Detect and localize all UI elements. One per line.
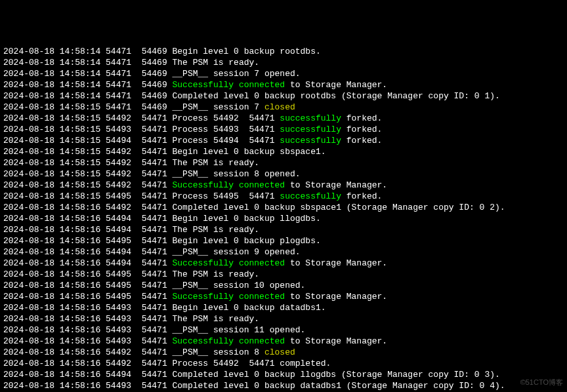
log-pid2: 54471: [142, 224, 167, 235]
log-pid1: 54471: [106, 68, 131, 79]
log-timestamp: 2024-08-18 14:58:14: [3, 57, 100, 68]
log-line: 2024-08-18 14:58:15 54494 54471 Process …: [3, 135, 564, 146]
log-pid1: 54494: [106, 224, 131, 235]
log-line: 2024-08-18 14:58:16 54493 54471 The PSM …: [3, 313, 564, 324]
log-pid1: 54492: [106, 347, 131, 358]
log-pid2: 54471: [142, 269, 167, 280]
log-pid2: 54469: [142, 68, 167, 79]
log-pid1: 54492: [106, 157, 131, 168]
log-pid1: 54494: [106, 258, 131, 269]
log-timestamp: 2024-08-18 14:58:16: [3, 258, 100, 269]
log-line: 2024-08-18 14:58:14 54471 54469 Begin le…: [3, 46, 564, 57]
log-timestamp: 2024-08-18 14:58:16: [3, 202, 100, 213]
log-message-segment: successfully: [280, 113, 341, 124]
log-message-segment: successfully: [280, 135, 341, 146]
log-line: 2024-08-18 14:58:16 54494 54471 The PSM …: [3, 224, 564, 235]
log-line: 2024-08-18 14:58:16 54495 54471 Successf…: [3, 291, 564, 302]
log-message-segment: to Storage Manager.: [285, 180, 387, 191]
log-message-segment: The PSM is ready.: [173, 313, 260, 324]
log-line: 2024-08-18 14:58:15 54471 54469 __PSM__ …: [3, 102, 564, 113]
log-line: 2024-08-18 14:58:16 54494 54471 Begin le…: [3, 213, 564, 224]
log-pid1: 54495: [106, 291, 131, 302]
log-message-segment: The PSM is ready.: [173, 224, 260, 235]
log-line: 2024-08-18 14:58:16 54494 54471 Complete…: [3, 369, 564, 380]
log-pid2: 54471: [142, 324, 167, 336]
log-line: 2024-08-18 14:58:16 54495 54471 The PSM …: [3, 269, 564, 280]
log-message-segment: Completed level 0 backup rootdbs (Storag…: [173, 90, 500, 102]
log-timestamp: 2024-08-18 14:58:14: [3, 90, 100, 102]
log-pid2: 54471: [142, 313, 167, 324]
log-pid1: 54494: [106, 369, 131, 380]
log-pid2: 54471: [142, 258, 167, 269]
log-message-segment: Successfully connected: [173, 291, 285, 302]
log-timestamp: 2024-08-18 14:58:14: [3, 46, 100, 57]
log-pid2: 54471: [142, 380, 167, 391]
log-pid1: 54493: [106, 380, 131, 391]
log-timestamp: 2024-08-18 14:58:16: [3, 324, 100, 336]
log-line: 2024-08-18 14:58:14 54471 54469 __PSM__ …: [3, 68, 564, 79]
log-message-segment: forked.: [341, 135, 382, 146]
log-pid1: 54493: [106, 313, 131, 324]
log-line: 2024-08-18 14:58:16 54495 54471 __PSM__ …: [3, 280, 564, 291]
log-line: 2024-08-18 14:58:14 54471 54469 The PSM …: [3, 57, 564, 68]
log-line: 2024-08-18 14:58:15 54492 54471 Successf…: [3, 180, 564, 191]
log-pid1: 54492: [106, 113, 131, 124]
log-message-segment: The PSM is ready.: [173, 57, 260, 68]
log-message-segment: successfully: [280, 191, 341, 202]
log-pid2: 54471: [142, 168, 167, 180]
log-message-segment: __PSM__ session 8: [173, 347, 264, 358]
log-timestamp: 2024-08-18 14:58:16: [3, 380, 100, 391]
log-timestamp: 2024-08-18 14:58:15: [3, 124, 100, 135]
log-pid2: 54471: [142, 302, 167, 313]
log-pid2: 54471: [142, 347, 167, 358]
log-line: 2024-08-18 14:58:14 54471 54469 Complete…: [3, 90, 564, 102]
log-pid1: 54493: [106, 124, 131, 135]
log-message-segment: to Storage Manager.: [285, 258, 387, 269]
log-message-segment: Process 54493 54471: [173, 124, 280, 135]
log-timestamp: 2024-08-18 14:58:16: [3, 358, 100, 369]
log-pid1: 54495: [106, 191, 131, 202]
log-pid2: 54471: [142, 235, 167, 246]
log-timestamp: 2024-08-18 14:58:15: [3, 157, 100, 168]
log-message-segment: Successfully connected: [173, 79, 285, 90]
log-pid2: 54471: [142, 157, 167, 168]
log-pid1: 54494: [106, 135, 131, 146]
log-timestamp: 2024-08-18 14:58:15: [3, 180, 100, 191]
log-pid2: 54469: [142, 57, 167, 68]
log-pid2: 54469: [142, 102, 167, 113]
log-line: 2024-08-18 14:58:15 54495 54471 Process …: [3, 191, 564, 202]
log-line: 2024-08-18 14:58:16 54493 54471 Successf…: [3, 336, 564, 347]
log-message-segment: Begin level 0 backup llogdbs.: [173, 213, 321, 224]
log-line: 2024-08-18 14:58:16 54493 54471 Begin le…: [3, 302, 564, 313]
log-message-segment: Begin level 0 backup plogdbs.: [173, 235, 321, 246]
log-pid2: 54471: [142, 135, 167, 146]
watermark-text: ©51CTO博客: [520, 377, 563, 388]
log-pid2: 54471: [142, 291, 167, 302]
log-line: 2024-08-18 14:58:15 54492 54471 __PSM__ …: [3, 168, 564, 180]
log-timestamp: 2024-08-18 14:58:16: [3, 280, 100, 291]
log-pid2: 54471: [142, 124, 167, 135]
log-message-segment: closed: [264, 347, 295, 358]
log-line: 2024-08-18 14:58:16 54492 54471 __PSM__ …: [3, 347, 564, 358]
log-pid2: 54471: [142, 180, 167, 191]
log-pid1: 54495: [106, 280, 131, 291]
log-timestamp: 2024-08-18 14:58:16: [3, 369, 100, 380]
log-message-segment: closed: [264, 102, 295, 113]
log-pid1: 54471: [106, 46, 131, 57]
log-line: 2024-08-18 14:58:15 54492 54471 Begin le…: [3, 146, 564, 157]
log-message-segment: The PSM is ready.: [173, 269, 260, 280]
log-message-segment: __PSM__ session 10 opened.: [173, 280, 306, 291]
log-pid1: 54471: [106, 90, 131, 102]
log-line: 2024-08-18 14:58:16 54493 54471 __PSM__ …: [3, 324, 564, 336]
log-timestamp: 2024-08-18 14:58:16: [3, 224, 100, 235]
log-timestamp: 2024-08-18 14:58:16: [3, 246, 100, 258]
log-timestamp: 2024-08-18 14:58:15: [3, 135, 100, 146]
log-message-segment: Process 54494 54471: [173, 135, 280, 146]
log-line: 2024-08-18 14:58:15 54493 54471 Process …: [3, 124, 564, 135]
log-message-segment: The PSM is ready.: [173, 157, 260, 168]
terminal-output: 2024-08-18 14:58:14 54471 54469 Begin le…: [3, 46, 564, 392]
log-timestamp: 2024-08-18 14:58:16: [3, 235, 100, 246]
log-pid1: 54493: [106, 302, 131, 313]
log-line: 2024-08-18 14:58:16 54493 54471 Complete…: [3, 380, 564, 391]
log-message-segment: Successfully connected: [173, 180, 285, 191]
